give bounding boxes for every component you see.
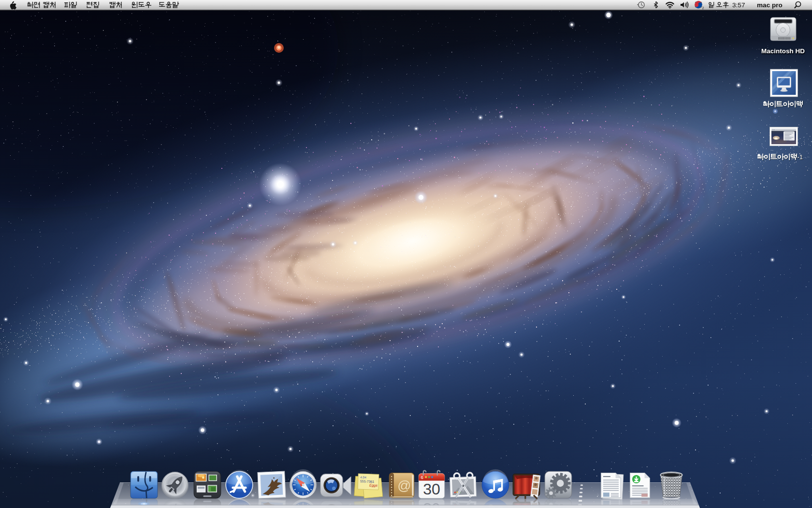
svg-text:mac pro: mac pro xyxy=(757,1,783,9)
svg-text:2: 2 xyxy=(702,6,704,10)
svg-text:-1: -1 xyxy=(798,153,803,161)
svg-text:3:57: 3:57 xyxy=(732,1,745,9)
svg-text:Macintosh HD: Macintosh HD xyxy=(761,47,805,55)
